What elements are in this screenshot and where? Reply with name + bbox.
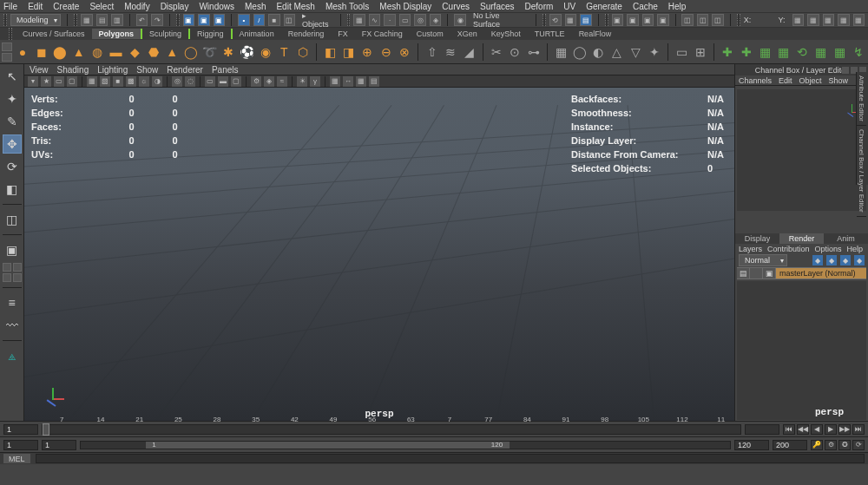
sel-mask-face-icon[interactable]: ■ — [268, 14, 280, 26]
toggle-a-icon[interactable]: ▦ — [792, 14, 805, 26]
panel-menu-panels[interactable]: Panels — [212, 65, 239, 75]
outliner-icon[interactable]: ≡ — [3, 293, 22, 312]
shelf-tab-curves-surfaces[interactable]: Curves / Surfaces — [16, 29, 92, 39]
save-scene-icon[interactable]: ▥ — [111, 14, 123, 26]
poly-platonic-icon[interactable]: ⬣ — [145, 43, 161, 62]
rotate-tool-icon[interactable]: ⟳ — [3, 157, 22, 176]
quad-draw-icon[interactable]: ▦ — [553, 43, 569, 62]
separate-icon[interactable]: ◨ — [340, 43, 357, 62]
shelf-tab-rigging[interactable]: Rigging — [190, 29, 233, 39]
uv-planar-icon[interactable]: ▭ — [674, 43, 690, 62]
construction-history-icon[interactable]: ▦ — [565, 14, 577, 26]
wireframe-icon[interactable]: ▧ — [100, 76, 110, 87]
menu-select[interactable]: Select — [89, 2, 114, 11]
lights-icon[interactable]: ☼ — [139, 76, 149, 87]
menu-help[interactable]: Help — [668, 2, 687, 11]
shelf-tab-xgen[interactable]: XGen — [450, 29, 484, 39]
range-end[interactable]: 120 — [734, 440, 769, 450]
image-plane-icon[interactable]: ▭ — [54, 76, 64, 87]
shelf-tab-turtle[interactable]: TURTLE — [528, 29, 572, 39]
open-scene-icon[interactable]: ▤ — [96, 14, 108, 26]
menu-modify[interactable]: Modify — [124, 2, 149, 11]
bool-intersect-icon[interactable]: ⊗ — [397, 43, 413, 62]
history-off-icon[interactable]: ⟲ — [549, 14, 562, 26]
make-live-icon[interactable]: ◉ — [454, 14, 466, 26]
cb-menu-object[interactable]: Object — [799, 76, 822, 85]
poly-torus-icon[interactable]: ◍ — [89, 43, 106, 62]
cb-menu-channels[interactable]: Channels — [739, 76, 772, 85]
shaded-icon[interactable]: ■ — [113, 76, 123, 87]
anim-prefs-icon[interactable]: ⚙ — [825, 440, 837, 450]
step-fwd-icon[interactable]: ▶▶ — [838, 424, 851, 435]
play-back-icon[interactable]: ◀ — [811, 424, 823, 435]
menu-mesh[interactable]: Mesh — [245, 2, 266, 11]
go-start-icon[interactable]: ⏮ — [783, 424, 795, 435]
drag-handle-icon[interactable] — [737, 14, 740, 26]
hist-toggle-icon[interactable]: ▤ — [580, 14, 592, 26]
select-tool-icon[interactable]: ↖ — [3, 67, 22, 86]
time-head[interactable] — [43, 423, 49, 436]
poly-superellipse-icon[interactable]: ◉ — [257, 43, 273, 62]
poly-gear-icon[interactable]: ✱ — [220, 43, 236, 62]
drag-handle-icon[interactable] — [74, 14, 77, 26]
last-tool-icon[interactable]: ◫ — [3, 210, 22, 229]
reduce-icon[interactable]: ▽ — [628, 43, 644, 62]
panel-menu-view[interactable]: View — [30, 65, 49, 75]
panel-menu-renderer[interactable]: Renderer — [167, 65, 203, 75]
toggle-e-icon[interactable]: ▦ — [853, 14, 865, 26]
time-rail[interactable]: 714212528354249566377784919810511211 — [42, 424, 741, 435]
layer-menu-layers[interactable]: Layers — [739, 245, 762, 253]
bool-diff-icon[interactable]: ⊖ — [378, 43, 394, 62]
sel-mask-vertex-icon[interactable]: • — [238, 14, 250, 26]
select-hierarchy-icon[interactable]: ▣ — [183, 14, 195, 26]
xg-b-icon[interactable]: ✚ — [738, 43, 754, 62]
panel-menu-show[interactable]: Show — [136, 65, 158, 75]
snap-view-icon[interactable]: ◎ — [414, 14, 426, 26]
script-language-toggle[interactable]: MEL — [3, 454, 30, 463]
current-frame-field[interactable]: 1 — [3, 424, 38, 435]
light-editor-icon[interactable]: ◫ — [697, 14, 709, 26]
snap-live-icon[interactable]: ◈ — [430, 14, 442, 26]
sel-mask-edge-icon[interactable]: / — [253, 14, 266, 26]
vp-exposure-icon[interactable]: ☀ — [297, 76, 307, 87]
dock-tab-attribute-editor[interactable]: Attribute Editor — [857, 72, 866, 126]
bookmark-icon[interactable]: ★ — [41, 76, 51, 87]
grid-icon[interactable]: ▦ — [87, 76, 97, 87]
triangulate-icon[interactable]: △ — [609, 43, 626, 62]
range-thumb[interactable] — [146, 442, 510, 449]
vp-gamma-icon[interactable]: γ — [310, 76, 320, 87]
film-gate-icon[interactable]: ▢ — [67, 76, 77, 87]
multicut-icon[interactable]: ✂ — [489, 43, 505, 62]
poly-soccer-icon[interactable]: ⚽ — [239, 43, 255, 62]
shelf-tab-rendering[interactable]: Rendering — [281, 29, 332, 39]
menu-cache[interactable]: Cache — [633, 2, 658, 11]
vp-opt1-icon[interactable]: ▦ — [330, 76, 340, 87]
layer-tab-render[interactable]: Render — [779, 233, 824, 244]
poly-cylinder-icon[interactable]: ⬤ — [52, 43, 69, 62]
xray-icon[interactable]: ◌ — [185, 76, 195, 87]
cb-menu-show[interactable]: Show — [829, 76, 849, 85]
range-start[interactable]: 1 — [42, 440, 76, 450]
char-set-icon[interactable]: ✪ — [838, 440, 851, 450]
menu-edit-mesh[interactable]: Edit Mesh — [276, 2, 314, 11]
isolate-icon[interactable]: ◎ — [172, 76, 182, 87]
loop-icon[interactable]: ⟳ — [852, 440, 865, 450]
svg-icon[interactable]: ⬡ — [295, 43, 312, 62]
poly-plane-icon[interactable]: ▬ — [108, 43, 124, 62]
ipr-render-icon[interactable]: ▣ — [627, 14, 639, 26]
shadows-icon[interactable]: ◑ — [152, 76, 162, 87]
layer-render-icon[interactable]: ▣ — [763, 268, 775, 279]
drag-handle-icon[interactable] — [605, 14, 608, 26]
drag-handle-icon[interactable] — [176, 14, 180, 26]
workspace-selector[interactable]: Modeling — [10, 14, 62, 26]
layer-btn-b-icon[interactable]: ◆ — [826, 255, 837, 265]
menu-create[interactable]: Create — [53, 2, 79, 11]
auto-key-icon[interactable]: 🔑 — [811, 440, 823, 450]
shelf-tab-fx-caching[interactable]: FX Caching — [355, 29, 410, 39]
render-region-icon[interactable]: ▣ — [642, 14, 654, 26]
vp-opt4-icon[interactable]: ▤ — [369, 76, 379, 87]
pin-icon[interactable] — [842, 67, 849, 74]
xg-h-icon[interactable]: ↯ — [851, 43, 867, 62]
cb-menu-edit[interactable]: Edit — [779, 76, 792, 85]
shelf-toggle[interactable] — [2, 42, 12, 62]
